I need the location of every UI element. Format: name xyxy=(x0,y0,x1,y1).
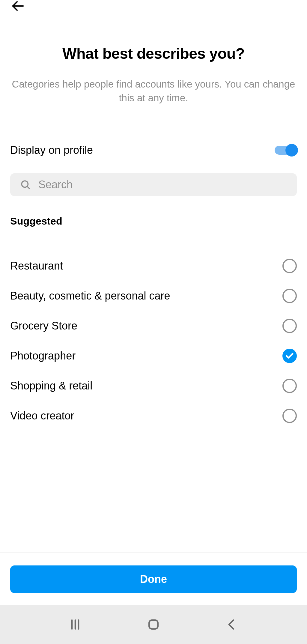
option-restaurant[interactable]: Restaurant xyxy=(10,251,297,281)
page-subtitle: Categories help people find accounts lik… xyxy=(10,77,297,105)
back-button[interactable] xyxy=(10,0,25,12)
option-label: Photographer xyxy=(10,350,76,362)
display-on-profile-toggle[interactable] xyxy=(275,146,297,155)
search-icon xyxy=(20,180,31,190)
recents-button[interactable] xyxy=(69,618,82,631)
svg-rect-6 xyxy=(149,620,158,629)
option-label: Shopping & retail xyxy=(10,380,92,392)
check-icon xyxy=(285,351,294,360)
toggle-knob xyxy=(285,144,298,157)
radio-unselected[interactable] xyxy=(282,289,297,303)
radio-unselected[interactable] xyxy=(282,319,297,333)
suggested-heading: Suggested xyxy=(10,215,297,227)
option-label: Video creator xyxy=(10,410,74,422)
option-label: Grocery Store xyxy=(10,320,77,332)
option-label: Beauty, cosmetic & personal care xyxy=(10,290,170,302)
nav-back-button[interactable] xyxy=(225,618,238,631)
radio-unselected[interactable] xyxy=(282,259,297,273)
svg-line-2 xyxy=(27,186,29,189)
chevron-left-icon xyxy=(225,618,238,631)
arrow-left-icon xyxy=(10,0,25,13)
radio-unselected[interactable] xyxy=(282,409,297,423)
home-button[interactable] xyxy=(147,618,160,631)
recents-icon xyxy=(69,618,82,631)
page-title: What best describes you? xyxy=(10,45,297,62)
option-label: Restaurant xyxy=(10,260,63,272)
options-list: Restaurant Beauty, cosmetic & personal c… xyxy=(10,251,297,431)
option-shopping[interactable]: Shopping & retail xyxy=(10,371,297,401)
search-input[interactable] xyxy=(38,178,287,191)
option-photographer[interactable]: Photographer xyxy=(10,341,297,371)
search-container[interactable] xyxy=(10,173,297,196)
done-button[interactable]: Done xyxy=(10,565,297,593)
radio-selected[interactable] xyxy=(282,349,297,363)
system-nav-bar xyxy=(0,605,307,644)
option-video-creator[interactable]: Video creator xyxy=(10,401,297,431)
option-grocery[interactable]: Grocery Store xyxy=(10,311,297,341)
option-beauty[interactable]: Beauty, cosmetic & personal care xyxy=(10,281,297,311)
radio-unselected[interactable] xyxy=(282,379,297,393)
display-on-profile-label: Display on profile xyxy=(10,144,93,157)
home-icon xyxy=(147,618,160,631)
